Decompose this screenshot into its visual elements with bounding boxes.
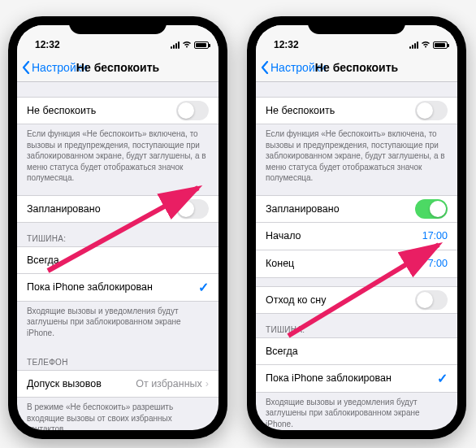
row-while-locked[interactable]: Пока iPhone заблокирован ✓ (256, 365, 457, 393)
dnd-footer: Если функция «Не беспокоить» включена, т… (256, 124, 457, 192)
dnd-toggle[interactable] (415, 101, 448, 120)
row-start[interactable]: Начало 17:00 (256, 223, 457, 250)
row-while-locked[interactable]: Пока iPhone заблокирован ✓ (17, 274, 219, 302)
row-always[interactable]: Всегда (17, 246, 219, 274)
nav-bar: Настройки Не беспокоить (17, 53, 219, 82)
end-label: Конец (266, 258, 428, 269)
always-label: Всегда (266, 346, 448, 357)
silence-footer: Входящие вызовы и уведомления будут загл… (17, 302, 219, 347)
notch (69, 16, 167, 34)
phone-right: 12:32 Настройки Не беспокоить Не беспоко… (247, 16, 466, 439)
row-bedtime[interactable]: Отход ко сну (256, 286, 457, 314)
start-label: Начало (266, 230, 422, 241)
bedtime-toggle[interactable] (415, 290, 448, 310)
dnd-label: Не беспокоить (27, 105, 176, 116)
content: Не беспокоить Если функция «Не беспокоит… (256, 82, 457, 430)
battery-icon (194, 41, 209, 49)
chevron-right-icon: › (206, 378, 209, 389)
status-time: 12:32 (274, 39, 299, 50)
nav-title: Не беспокоить (76, 61, 159, 74)
row-scheduled[interactable]: Запланировано (17, 195, 219, 223)
screen: 12:32 Настройки Не беспокоить Не беспоко… (256, 25, 457, 430)
start-value: 17:00 (422, 230, 448, 241)
scheduled-label: Запланировано (266, 203, 415, 215)
signal-icon (409, 41, 418, 49)
row-always[interactable]: Всегда (256, 337, 457, 365)
row-scheduled[interactable]: Запланировано (256, 195, 457, 223)
dnd-label: Не беспокоить (266, 105, 415, 116)
nav-bar: Настройки Не беспокоить (256, 53, 457, 82)
scheduled-toggle[interactable] (415, 199, 448, 219)
row-allow-calls[interactable]: Допуск вызовов От избранных › (17, 370, 219, 398)
dnd-footer: Если функция «Не беспокоить» включена, т… (17, 124, 219, 192)
row-end[interactable]: Конец 7:00 (256, 250, 457, 278)
silence-footer: Входящие вызовы и уведомления будут загл… (256, 393, 457, 431)
row-dnd[interactable]: Не беспокоить (256, 97, 457, 124)
end-value: 7:00 (428, 258, 448, 269)
allow-footer: В режиме «Не беспокоить» разрешить входя… (17, 398, 219, 430)
always-label: Всегда (27, 254, 209, 266)
check-icon: ✓ (198, 280, 209, 295)
nav-title: Не беспокоить (315, 61, 398, 74)
silence-header: ТИШИНА: (17, 223, 219, 246)
dnd-toggle[interactable] (176, 101, 209, 120)
allow-calls-label: Допуск вызовов (27, 378, 136, 389)
signal-icon (171, 41, 180, 49)
status-right (171, 41, 209, 50)
phone-header: ТЕЛЕФОН (17, 346, 219, 370)
while-locked-label: Пока iPhone заблокирован (266, 372, 437, 384)
bedtime-label: Отход ко сну (266, 294, 415, 306)
wifi-icon (182, 41, 192, 50)
scheduled-label: Запланировано (27, 203, 176, 215)
silence-header: ТИШИНА: (256, 314, 457, 337)
content: Не беспокоить Если функция «Не беспокоит… (17, 82, 219, 430)
status-right (409, 41, 448, 50)
scheduled-toggle[interactable] (176, 199, 209, 219)
battery-icon (433, 41, 448, 49)
allow-calls-value: От избранных (136, 378, 202, 389)
wifi-icon (421, 41, 431, 50)
row-dnd[interactable]: Не беспокоить (17, 97, 219, 124)
check-icon: ✓ (437, 371, 448, 386)
while-locked-label: Пока iPhone заблокирован (27, 281, 198, 293)
screen: 12:32 Настройки Не беспокоить Не беспоко… (17, 25, 219, 430)
phone-left: 12:32 Настройки Не беспокоить Не беспоко… (8, 16, 227, 439)
status-time: 12:32 (35, 39, 60, 50)
notch (308, 16, 405, 34)
